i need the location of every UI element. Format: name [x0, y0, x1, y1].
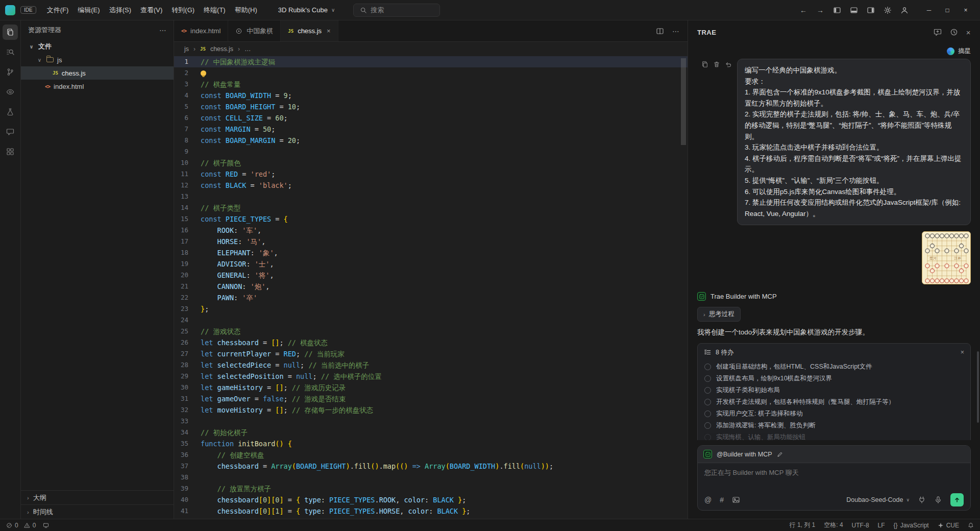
- code-line[interactable]: 36 // 创建空棋盘: [174, 449, 688, 461]
- chat-scrollbar[interactable]: [977, 351, 979, 423]
- todo-item[interactable]: 实现悔棋、认输、新局功能按钮: [698, 431, 970, 440]
- mic-icon[interactable]: [934, 496, 942, 504]
- test-flask-icon[interactable]: [3, 104, 18, 119]
- lightbulb-icon[interactable]: [201, 70, 206, 76]
- editor-scrollbar[interactable]: [681, 58, 686, 145]
- encoding[interactable]: UTF-8: [852, 522, 869, 529]
- thinking-toggle[interactable]: › 思考过程: [697, 307, 741, 322]
- account-icon[interactable]: [900, 6, 909, 15]
- code-line[interactable]: 31let gameOver = false; // 游戏是否结束: [174, 393, 688, 404]
- code-line[interactable]: 32let moveHistory = []; // 存储每一步的棋盘状态: [174, 404, 688, 416]
- cursor-position[interactable]: 行 1, 列 1: [790, 521, 816, 529]
- global-search[interactable]: 搜索: [353, 4, 440, 17]
- mention-icon[interactable]: @: [704, 496, 712, 504]
- new-chat-icon[interactable]: [934, 28, 942, 36]
- menu-item[interactable]: 查看(V): [136, 4, 167, 17]
- code-line[interactable]: 37 chessboard = Array(BOARD_HEIGHT).fill…: [174, 461, 688, 472]
- tree-section-files[interactable]: ∨ 文件: [21, 40, 174, 53]
- menu-item[interactable]: 帮助(H): [230, 4, 262, 17]
- code-line[interactable]: 2: [174, 67, 688, 79]
- close-todo-icon[interactable]: ×: [961, 349, 964, 356]
- code-line[interactable]: 27let currentPlayer = RED; // 当前玩家: [174, 348, 688, 359]
- model-selector[interactable]: Doubao-Seed-Code ∨: [846, 496, 910, 503]
- tab-chess-js[interactable]: JS chess.js ×: [281, 20, 338, 41]
- code-line[interactable]: 34// 初始化棋子: [174, 427, 688, 438]
- cue-indicator[interactable]: CUE: [938, 522, 959, 529]
- menu-item[interactable]: 终端(T): [199, 4, 230, 17]
- code-line[interactable]: 41 chessboard[0][1] = { type: PIECE_TYPE…: [174, 505, 688, 517]
- breadcrumb-folder[interactable]: js: [184, 45, 189, 53]
- xiangqi-board-thumbnail[interactable]: 楚河 汉界: [922, 231, 971, 284]
- todo-item[interactable]: 设置棋盘布局，绘制9x10棋盘和楚河汉界: [698, 373, 970, 384]
- problems-indicator[interactable]: 0 0: [6, 522, 36, 529]
- code-editor[interactable]: 1// 中国象棋游戏主逻辑23// 棋盘常量4const BOARD_WIDTH…: [174, 56, 688, 519]
- copy-icon[interactable]: [701, 61, 708, 68]
- plug-icon[interactable]: [918, 496, 926, 504]
- code-line[interactable]: 26let chessboard = []; // 棋盘状态: [174, 337, 688, 348]
- user-message-bubble[interactable]: 编写一个经典的中国象棋游戏。 要求： 1. 界面包含一个标准的9x10棋盘参考截…: [737, 59, 971, 225]
- toggle-bottom-panel-icon[interactable]: [849, 6, 859, 15]
- eol-sequence[interactable]: LF: [878, 522, 885, 529]
- close-panel-icon[interactable]: ×: [966, 28, 971, 37]
- chat-input[interactable]: 您正在与 Builder with MCP 聊天: [698, 463, 970, 490]
- bell-icon[interactable]: [968, 522, 974, 528]
- code-line[interactable]: 29let selectedPosition = null; // 选中棋子的位…: [174, 371, 688, 382]
- todo-item[interactable]: 添加游戏逻辑: 将军检测、胜负判断: [698, 420, 970, 431]
- code-line[interactable]: 10// 棋子颜色: [174, 157, 688, 168]
- nav-forward-icon[interactable]: →: [816, 6, 825, 15]
- code-line[interactable]: 8const BOARD_MARGIN = 20;: [174, 135, 688, 146]
- outline-section[interactable]: › 大纲: [21, 490, 174, 504]
- tree-file-chess-js[interactable]: JS chess.js: [21, 66, 174, 80]
- nav-back-icon[interactable]: ←: [799, 6, 808, 15]
- close-window-button[interactable]: ×: [957, 0, 975, 20]
- code-line[interactable]: 12const BLACK = 'black';: [174, 180, 688, 191]
- tab-preview-xiangqi[interactable]: 中国象棋: [228, 20, 281, 41]
- breadcrumb[interactable]: js › JS chess.js › …: [174, 42, 688, 56]
- todo-circle-icon[interactable]: [704, 387, 711, 394]
- extensions-grid-icon[interactable]: [3, 144, 18, 159]
- timeline-section[interactable]: › 时间线: [21, 504, 174, 519]
- maximize-button[interactable]: □: [938, 0, 957, 20]
- menu-item[interactable]: 文件(F): [42, 4, 74, 17]
- code-line[interactable]: 24: [174, 315, 688, 326]
- indentation[interactable]: 空格: 4: [824, 521, 843, 529]
- code-line[interactable]: 21 CANNON: '炮',: [174, 281, 688, 292]
- workspace-selector[interactable]: 3D Rubik's Cube ∨: [278, 6, 335, 14]
- todo-circle-icon[interactable]: [704, 422, 711, 429]
- code-line[interactable]: 4const BOARD_WIDTH = 9;: [174, 90, 688, 101]
- menu-item[interactable]: 选择(S): [105, 4, 136, 17]
- code-line[interactable]: 28let selectedPiece = null; // 当前选中的棋子: [174, 359, 688, 371]
- code-line[interactable]: 5const BOARD_HEIGHT = 10;: [174, 101, 688, 112]
- source-control-icon[interactable]: [3, 64, 18, 80]
- retry-icon[interactable]: [725, 61, 732, 68]
- explorer-more-icon[interactable]: ⋯: [159, 26, 166, 34]
- code-line[interactable]: 30let gameHistory = []; // 游戏历史记录: [174, 382, 688, 393]
- code-line[interactable]: 19 ADVISOR: '士',: [174, 258, 688, 270]
- code-line[interactable]: 23};: [174, 303, 688, 315]
- editor-more-icon[interactable]: ⋯: [672, 27, 679, 35]
- tree-folder-js[interactable]: ∨ js: [21, 53, 174, 66]
- code-line[interactable]: 14// 棋子类型: [174, 202, 688, 213]
- menu-item[interactable]: 编辑(E): [73, 4, 104, 17]
- code-line[interactable]: 33: [174, 416, 688, 427]
- send-button[interactable]: [950, 493, 964, 506]
- code-line[interactable]: 38: [174, 472, 688, 483]
- gear-icon[interactable]: [883, 6, 892, 15]
- input-context-row[interactable]: @Builder with MCP: [698, 446, 970, 463]
- language-mode[interactable]: {} JavaScript: [894, 522, 929, 529]
- code-line[interactable]: 39 // 放置黑方棋子: [174, 483, 688, 494]
- code-line[interactable]: 25// 游戏状态: [174, 326, 688, 337]
- code-line[interactable]: 3// 棋盘常量: [174, 79, 688, 90]
- code-line[interactable]: 40 chessboard[0][0] = { type: PIECE_TYPE…: [174, 494, 688, 505]
- tab-index-html[interactable]: <> index.html: [174, 20, 228, 41]
- code-line[interactable]: 17 HORSE: '马',: [174, 236, 688, 247]
- code-line[interactable]: 6const CELL_SIZE = 60;: [174, 112, 688, 124]
- todo-circle-icon[interactable]: [704, 434, 711, 440]
- minimize-button[interactable]: ─: [920, 0, 938, 20]
- menu-item[interactable]: 转到(G): [167, 4, 199, 17]
- edit-pencil-icon[interactable]: [777, 451, 783, 457]
- code-line[interactable]: 11const RED = 'red';: [174, 168, 688, 180]
- breadcrumb-file[interactable]: chess.js: [210, 45, 233, 53]
- todo-item[interactable]: 开发棋子走法规则，包括各种特殊规则（蹩马腿、炮打隔子等）: [698, 396, 970, 408]
- todo-item[interactable]: 实现棋子类和初始布局: [698, 384, 970, 396]
